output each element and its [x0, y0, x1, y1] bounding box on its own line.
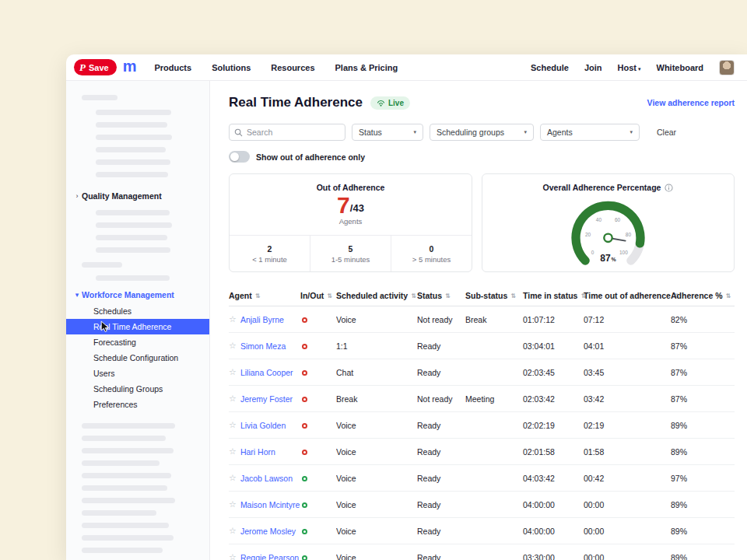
agent-link[interactable]: Jacob Lawson	[240, 474, 293, 483]
sidebar-item-schedules[interactable]: Schedules	[66, 303, 209, 319]
time-in-status-value: 04:03:42	[523, 474, 584, 483]
scheduled-activity-value: Voice	[336, 315, 417, 324]
col-header-time-out-of-adherence[interactable]: Time out of adherence⇅	[584, 291, 671, 300]
table-row: ☆Maison Mcintyre Voice Ready 04:00:00 00…	[229, 492, 735, 518]
sidebar-item-quality-management[interactable]: › Quality Management	[66, 190, 209, 202]
table-row: ☆Jerome Mosley Voice Ready 04:00:00 00:0…	[229, 518, 735, 544]
page-title: Real Time Adherence	[229, 95, 363, 110]
agent-link[interactable]: Hari Horn	[240, 447, 275, 457]
agent-link[interactable]: Maison Mcintyre	[240, 500, 300, 509]
search-input[interactable]	[247, 128, 340, 137]
sidebar-item-preferences[interactable]: Preferences	[66, 397, 209, 412]
sidebar-item-schedule-configuration[interactable]: Schedule Configuration	[66, 350, 209, 366]
skeleton-bar	[82, 448, 174, 453]
inout-status-dot	[302, 555, 307, 560]
time-out-value: 03:42	[584, 394, 671, 404]
pinterest-save-label: Save	[89, 63, 109, 72]
col-header-status[interactable]: Status⇅	[417, 291, 465, 300]
col-header-time-in-status[interactable]: Time in status⇅	[523, 291, 584, 300]
sidebar-item-scheduling-groups[interactable]: Scheduling Groups	[66, 381, 209, 397]
status-value: Ready	[417, 368, 465, 377]
skeleton-bar	[82, 423, 175, 429]
sidebar-item-workforce-management[interactable]: ▾ Workforce Management	[66, 289, 209, 301]
mouse-cursor	[100, 320, 110, 333]
favorite-star-icon[interactable]: ☆	[229, 394, 237, 404]
skeleton-bar	[82, 473, 171, 478]
col-header-scheduled-activity[interactable]: Scheduled activity⇅	[336, 291, 417, 300]
table-row: ☆Liliana Cooper Chat Ready 02:03:45 03:4…	[229, 359, 735, 386]
nav-item-solutions[interactable]: Solutions	[212, 63, 251, 72]
adherence-value: 89%	[671, 421, 728, 430]
agent-link[interactable]: Anjali Byrne	[240, 315, 284, 324]
nav-item-plans-pricing[interactable]: Plans & Pricing	[335, 63, 398, 72]
col-header-sub-status[interactable]: Sub-status⇅	[465, 291, 523, 300]
time-in-status-value: 01:07:12	[523, 315, 584, 324]
status-select[interactable]: Status ▾	[352, 124, 423, 141]
nav-item-schedule[interactable]: Schedule	[531, 63, 569, 72]
col-header-agent[interactable]: Agent⇅	[229, 291, 300, 300]
time-out-value: 04:01	[584, 341, 671, 351]
favorite-star-icon[interactable]: ☆	[229, 446, 237, 457]
table-row: ☆Reggie Pearson Voice Ready 03:30:00 00:…	[229, 544, 735, 560]
time-in-status-value: 02:03:42	[523, 394, 584, 404]
search-input-wrapper[interactable]	[229, 124, 345, 141]
favorite-star-icon[interactable]: ☆	[229, 314, 237, 324]
agents-total: /43	[350, 202, 364, 217]
agent-link[interactable]: Jeremy Foster	[240, 394, 293, 404]
skeleton-bar	[96, 275, 170, 281]
table-row: ☆Hari Horn Voice Ready 02:01:58 01:58 89…	[229, 439, 735, 465]
favorite-star-icon[interactable]: ☆	[229, 526, 237, 536]
sub-status-value: Break	[465, 315, 523, 324]
sidebar: › Quality Management ▾ Workforce Managem…	[66, 81, 210, 560]
nav-item-whiteboard[interactable]: Whiteboard	[657, 63, 704, 72]
skeleton-bar	[82, 510, 156, 516]
nav-item-join[interactable]: Join	[584, 63, 602, 72]
agents-select[interactable]: Agents ▾	[540, 124, 640, 141]
favorite-star-icon[interactable]: ☆	[229, 341, 237, 351]
agent-link[interactable]: Simon Meza	[240, 341, 286, 351]
favorite-star-icon[interactable]: ☆	[229, 552, 237, 560]
pinterest-save-button[interactable]: P Save	[74, 59, 117, 75]
agent-link[interactable]: Jerome Mosley	[240, 527, 296, 536]
sidebar-item-users[interactable]: Users	[66, 366, 209, 381]
out-of-adherence-toggle[interactable]	[229, 151, 250, 163]
gauge-tick-80: 80	[626, 232, 632, 237]
clear-filters-button[interactable]: Clear	[657, 128, 676, 137]
view-adherence-report-link[interactable]: View adherence report	[647, 98, 735, 107]
table-row: ☆Anjali Byrne Voice Not ready Break 01:0…	[229, 306, 735, 333]
time-out-value: 00:00	[584, 527, 671, 536]
nav-item-host[interactable]: Host▾	[618, 63, 641, 72]
sidebar-item-real-time-adherence[interactable]: Real Time Adherence	[66, 319, 209, 334]
chevron-right-icon: ›	[72, 192, 82, 200]
favorite-star-icon[interactable]: ☆	[229, 499, 237, 509]
favorite-star-icon[interactable]: ☆	[229, 473, 237, 483]
col-header-inout[interactable]: In/Out⇅	[300, 291, 336, 300]
status-value: Ready	[417, 527, 465, 536]
inout-status-dot	[302, 476, 307, 481]
nav-item-resources[interactable]: Resources	[271, 63, 314, 72]
table-header-row: Agent⇅ In/Out⇅ Scheduled activity⇅ Statu…	[229, 285, 735, 306]
skeleton-bar	[82, 262, 122, 268]
favorite-star-icon[interactable]: ☆	[229, 367, 237, 377]
agents-table: Agent⇅ In/Out⇅ Scheduled activity⇅ Statu…	[229, 285, 735, 560]
agent-link[interactable]: Reggie Pearson	[240, 553, 299, 560]
miro-logo[interactable]: m	[123, 58, 136, 77]
adherence-gauge-chart: 0 20 40 60 80 100 87%	[524, 192, 692, 271]
agents-label: Agents	[339, 217, 363, 226]
chevron-down-icon: ▾	[524, 129, 527, 135]
info-icon[interactable]	[665, 184, 673, 192]
agent-link[interactable]: Liliana Cooper	[240, 368, 293, 377]
nav-item-products[interactable]: Products	[154, 63, 191, 72]
sidebar-item-forecasting[interactable]: Forecasting	[66, 334, 209, 350]
skeleton-bar	[96, 135, 172, 140]
status-value: Ready	[417, 553, 465, 560]
col-header-adherence-pct[interactable]: Adherence %⇅	[671, 291, 728, 300]
agent-link[interactable]: Livia Golden	[240, 421, 286, 430]
scheduling-groups-select[interactable]: Scheduling groups ▾	[430, 124, 534, 141]
overall-adherence-title: Overall Adherence Percentage	[543, 183, 661, 192]
skeleton-bar	[96, 222, 172, 228]
adherence-value: 87%	[671, 341, 728, 351]
user-avatar[interactable]	[719, 60, 735, 75]
favorite-star-icon[interactable]: ☆	[229, 420, 237, 430]
skeleton-bar	[82, 95, 117, 100]
